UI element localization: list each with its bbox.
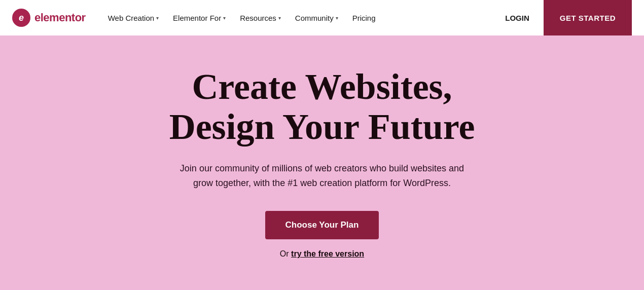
hero-section: Create Websites, Design Your Future Join… <box>0 35 644 290</box>
navbar: e elementor Web Creation ▾ Elementor For… <box>0 0 644 35</box>
nav-item-pricing[interactable]: Pricing <box>346 10 382 26</box>
chevron-down-icon: ▾ <box>278 15 281 21</box>
nav-item-resources[interactable]: Resources ▾ <box>234 10 287 26</box>
nav-item-community[interactable]: Community ▾ <box>289 10 344 26</box>
get-started-button[interactable]: GET STARTED <box>544 0 632 35</box>
choose-plan-button[interactable]: Choose Your Plan <box>265 211 379 239</box>
hero-title: Create Websites, Design Your Future <box>169 67 475 147</box>
logo-name: elementor <box>34 11 86 24</box>
nav-right: LOGIN GET STARTED <box>495 0 632 35</box>
logo-icon: e <box>12 9 30 27</box>
login-button[interactable]: LOGIN <box>495 10 540 26</box>
free-version-text: Or try the free version <box>280 249 364 259</box>
logo-link[interactable]: e elementor <box>12 9 86 27</box>
chevron-down-icon: ▾ <box>156 15 159 21</box>
nav-links: Web Creation ▾ Elementor For ▾ Resources… <box>102 10 495 26</box>
hero-subtitle: Join our community of millions of web cr… <box>175 161 469 191</box>
nav-item-web-creation[interactable]: Web Creation ▾ <box>102 10 165 26</box>
nav-item-elementor-for[interactable]: Elementor For ▾ <box>167 10 232 26</box>
chevron-down-icon: ▾ <box>336 15 338 21</box>
chevron-down-icon: ▾ <box>223 15 226 21</box>
free-version-link[interactable]: try the free version <box>291 249 364 258</box>
